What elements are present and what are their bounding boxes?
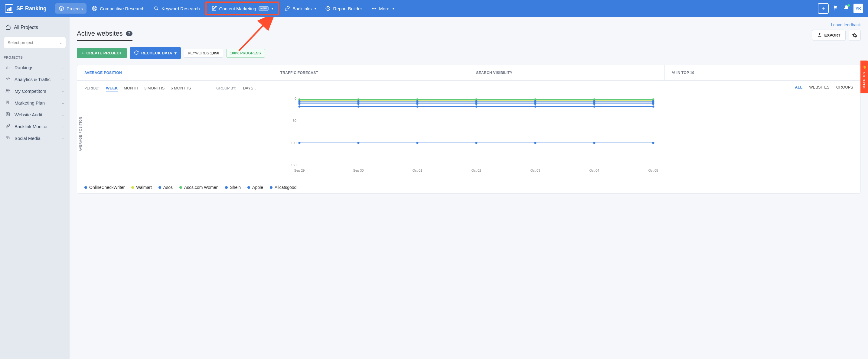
- svg-point-58: [299, 105, 301, 107]
- nav-more[interactable]: ••• More ▾: [368, 3, 397, 13]
- svg-point-73: [358, 100, 360, 102]
- hand-icon: ✋: [862, 65, 866, 69]
- project-select[interactable]: Select project ⌄: [4, 37, 66, 48]
- sidebar-item-marketing-plan[interactable]: Marketing Plan⌄: [0, 97, 69, 109]
- sidebar-item-label: Marketing Plan: [14, 100, 45, 105]
- svg-text:Oct 01: Oct 01: [412, 169, 422, 172]
- sidebar-icon: [5, 112, 11, 118]
- legend-shein[interactable]: Shein: [225, 185, 241, 190]
- all-projects-link[interactable]: All Projects: [0, 21, 69, 34]
- brand-logo[interactable]: SE Ranking: [5, 4, 46, 13]
- sidebar-item-label: Rankings: [14, 65, 34, 70]
- sidebar-item-analytics-traffic[interactable]: Analytics & Traffic⌄: [0, 73, 69, 85]
- rate-us-label: RATE US: [863, 72, 866, 88]
- svg-text:Oct 03: Oct 03: [530, 169, 540, 172]
- period-3months[interactable]: 3 MONTHS: [144, 86, 164, 90]
- period-week[interactable]: WEEK: [106, 86, 118, 92]
- create-project-label: CREATE PROJECT: [87, 51, 122, 55]
- period-month[interactable]: MONTH: [124, 86, 138, 90]
- chart-filters: PERIOD: WEEKMONTH3 MONTHS6 MONTHS GROUP …: [77, 81, 861, 96]
- svg-point-4: [155, 7, 157, 9]
- tab-pct-top10[interactable]: % IN TOP 10: [665, 65, 861, 80]
- legend-label: Walmart: [136, 185, 152, 190]
- chevron-down-icon: ⌄: [62, 137, 64, 140]
- svg-line-5: [157, 9, 158, 10]
- svg-point-36: [652, 142, 654, 144]
- legend-asos[interactable]: Asos: [158, 185, 173, 190]
- nav-competitive-label: Competitive Research: [100, 6, 145, 11]
- nav-backlinks[interactable]: Backlinks ▾: [281, 3, 320, 13]
- tab-traffic-forecast[interactable]: TRAFFIC FORECAST: [273, 65, 469, 80]
- tab-search-visibility[interactable]: SEARCH VISIBILITY: [469, 65, 665, 80]
- svg-point-10: [6, 89, 8, 91]
- sidebar-icon: [5, 135, 11, 141]
- y-axis-label: AVERAGE POSITION: [79, 117, 82, 151]
- bell-icon[interactable]: [843, 5, 849, 12]
- create-project-button[interactable]: + CREATE PROJECT: [77, 48, 127, 58]
- rate-us-ribbon[interactable]: RATE US ✋: [861, 60, 868, 93]
- nav-report[interactable]: Report Builder: [321, 3, 366, 13]
- legend-asos-com-women[interactable]: Asos.com Women: [179, 185, 218, 190]
- svg-point-76: [534, 100, 536, 102]
- sidebar-item-backlink-monitor[interactable]: Backlink Monitor⌄: [0, 121, 69, 132]
- projects-section-label: PROJECTS: [0, 53, 69, 62]
- sidebar-item-social-media[interactable]: Social Media⌄: [0, 132, 69, 144]
- legend-dot: [270, 186, 273, 189]
- svg-point-74: [416, 100, 418, 102]
- svg-point-60: [416, 105, 418, 107]
- svg-point-62: [534, 105, 536, 107]
- svg-text:50: 50: [293, 119, 297, 122]
- keywords-label: KEYWORDS: [188, 51, 209, 55]
- page-title: Active websites: [77, 30, 123, 37]
- logo-icon: [5, 4, 13, 13]
- legend-label: Shein: [230, 185, 241, 190]
- recheck-label: RECHECK DATA: [141, 51, 172, 55]
- svg-point-78: [652, 100, 654, 102]
- sidebar-item-rankings[interactable]: Rankings⌄: [0, 62, 69, 73]
- settings-button[interactable]: [849, 30, 861, 41]
- sidebar-item-website-audit[interactable]: Website Audit⌄: [0, 109, 69, 121]
- export-button[interactable]: EXPORT: [812, 30, 846, 41]
- scope-websites[interactable]: WEBSITES: [809, 85, 829, 91]
- legend-apple[interactable]: Apple: [247, 185, 263, 190]
- svg-text:Sep 29: Sep 29: [294, 169, 305, 172]
- nav-projects[interactable]: Projects: [55, 3, 87, 13]
- svg-rect-14: [6, 113, 10, 116]
- target-icon: [92, 6, 97, 11]
- tab-average-position[interactable]: AVERAGE POSITION: [77, 65, 273, 80]
- nav-content-marketing[interactable]: Content Marketing NEW ▾: [208, 3, 277, 13]
- legend-dot: [225, 186, 228, 189]
- recheck-data-button[interactable]: RECHECK DATA ▾: [130, 47, 181, 59]
- nav-keyword[interactable]: Keyword Research: [150, 3, 204, 13]
- svg-line-16: [8, 115, 9, 115]
- svg-point-30: [299, 142, 301, 144]
- feedback-link[interactable]: Leave feedback: [831, 22, 861, 27]
- chevron-down-icon: ⌄: [62, 78, 64, 81]
- add-button[interactable]: +: [818, 3, 829, 14]
- scope-all[interactable]: ALL: [795, 85, 802, 91]
- sidebar-icon: [5, 124, 11, 129]
- sidebar-item-label: Website Audit: [14, 112, 42, 117]
- legend-label: OnlineCheckWriter: [89, 185, 125, 190]
- legend-onlinecheckwriter[interactable]: OnlineCheckWriter: [84, 185, 125, 190]
- user-avatar[interactable]: YK: [854, 4, 863, 13]
- svg-text:Sep 30: Sep 30: [353, 169, 364, 172]
- svg-point-11: [8, 90, 9, 91]
- legend-allcatsgood[interactable]: Allcatsgood: [270, 185, 297, 190]
- legend-label: Asos.com Women: [184, 185, 218, 190]
- new-badge: NEW: [258, 6, 269, 10]
- scope-groups[interactable]: GROUPS: [836, 85, 853, 91]
- websites-count-badge: 7: [126, 31, 133, 36]
- brand-name: SE Ranking: [16, 5, 46, 12]
- layers-icon: [59, 6, 64, 11]
- nav-competitive[interactable]: Competitive Research: [88, 3, 148, 13]
- nav-more-label: More: [379, 6, 389, 11]
- period-6months[interactable]: 6 MONTHS: [170, 86, 191, 90]
- sidebar-item-my-competitors[interactable]: My Competitors⌄: [0, 85, 69, 97]
- legend-dot: [247, 186, 250, 189]
- notification-dot: [847, 4, 850, 7]
- chevron-down-icon: ⌄: [62, 101, 64, 104]
- legend-walmart[interactable]: Walmart: [131, 185, 152, 190]
- flag-icon[interactable]: [833, 5, 839, 12]
- group-by-value[interactable]: DAYS ⌄: [243, 86, 257, 90]
